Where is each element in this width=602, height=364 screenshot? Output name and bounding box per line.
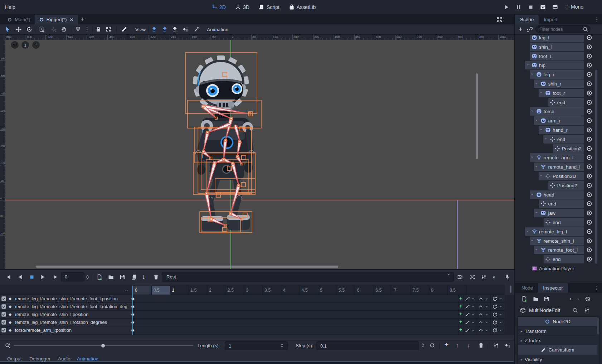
tree-node-row[interactable]: hip <box>515 60 602 70</box>
chevron-down-icon[interactable] <box>472 297 475 301</box>
new-scene-tab-button[interactable]: + <box>81 16 84 23</box>
track-name-cell[interactable]: ◆torso/remote_arm_l:position <box>0 326 132 334</box>
tree-node-row[interactable]: leg_r <box>515 70 602 79</box>
tree-node-row[interactable]: Position2 <box>515 181 602 190</box>
tree-node-row[interactable]: torso <box>515 107 602 116</box>
tree-collapse-icon[interactable] <box>540 128 543 132</box>
visibility-eye-icon[interactable] <box>586 219 592 225</box>
chevron-down-icon[interactable] <box>485 297 489 301</box>
zoom-slider-handle[interactable] <box>101 344 105 348</box>
length-spinner-icon[interactable] <box>280 343 284 348</box>
interp-mode-icon[interactable] <box>479 312 483 317</box>
visibility-eye-icon[interactable] <box>586 81 592 87</box>
chevron-down-icon[interactable] <box>472 321 475 325</box>
update-mode-icon[interactable] <box>465 328 470 333</box>
inspector-group-row[interactable]: ▸Visibility <box>518 355 597 364</box>
loop-wrap-icon[interactable] <box>492 327 497 333</box>
play-custom-scene-button[interactable] <box>552 4 558 10</box>
remove-track-icon[interactable] <box>478 343 484 348</box>
snap-toggle-icon[interactable] <box>75 26 81 32</box>
delete-animation-icon[interactable] <box>153 274 159 280</box>
visibility-eye-icon[interactable] <box>586 173 592 179</box>
move-track-up-icon[interactable]: ↑ <box>456 342 459 348</box>
update-mode-icon[interactable] <box>465 312 470 317</box>
visibility-eye-icon[interactable] <box>586 136 592 142</box>
chevron-down-icon[interactable] <box>472 329 475 333</box>
ik-chain-icon[interactable] <box>194 26 200 32</box>
visibility-eye-icon[interactable] <box>586 53 592 59</box>
update-mode-icon[interactable] <box>465 320 470 325</box>
visibility-eye-icon[interactable] <box>586 146 592 152</box>
tree-node-row[interactable]: hand_r <box>515 125 602 135</box>
interp-mode-icon[interactable] <box>479 320 483 325</box>
load-resource-icon[interactable] <box>533 296 539 302</box>
interp-mode-icon[interactable] <box>479 328 483 333</box>
visibility-eye-icon[interactable] <box>586 229 592 235</box>
loop-wrap-icon[interactable] <box>492 312 497 317</box>
visibility-eye-icon[interactable] <box>586 90 592 96</box>
timeline-playhead[interactable] <box>132 286 133 335</box>
visibility-eye-icon[interactable] <box>586 256 592 262</box>
tree-node-row[interactable]: jaw <box>515 208 602 218</box>
key-loc-icon[interactable]: loc <box>151 26 157 33</box>
select-tool-icon[interactable] <box>5 26 11 32</box>
tree-node-row[interactable]: shin_l <box>515 42 602 52</box>
tree-collapse-icon[interactable] <box>526 230 530 233</box>
tab-scene[interactable]: Scene <box>515 15 539 24</box>
inspector-tools-icon[interactable] <box>584 307 590 313</box>
animation-track-row[interactable]: ◆remote_leg_l/remote_shin_l/remote_foot_… <box>0 303 505 311</box>
new-resource-icon[interactable] <box>521 296 527 302</box>
pivot-tool-icon[interactable] <box>51 26 57 32</box>
track-name-cell[interactable]: ◆remote_leg_l/remote_shin_l/remote_foot_… <box>0 295 132 302</box>
pin-animation-icon[interactable] <box>504 274 510 280</box>
animation-menu[interactable]: Animation <box>207 27 228 32</box>
canvas-hscrollbar[interactable] <box>36 266 338 268</box>
tab-import[interactable]: Import <box>539 15 562 24</box>
canvas-vscrollbar[interactable] <box>476 73 478 159</box>
move-track-down-icon[interactable]: ↓ <box>467 342 470 348</box>
tree-collapse-icon[interactable] <box>535 82 539 86</box>
zoom-out-button[interactable]: − <box>11 41 19 49</box>
track-name-cell[interactable]: ◆remote_leg_l/remote_shin_l:rotation_deg… <box>0 319 132 326</box>
add-key-icon[interactable]: + <box>459 295 462 301</box>
animation-name-dropdown[interactable]: Rest <box>162 272 454 282</box>
rotate-tool-icon[interactable] <box>26 26 32 32</box>
update-mode-icon[interactable] <box>465 296 470 301</box>
tree-collapse-icon[interactable] <box>526 63 530 67</box>
pause-button[interactable] <box>516 4 521 10</box>
visibility-eye-icon[interactable] <box>586 35 592 41</box>
visibility-eye-icon[interactable] <box>586 183 592 189</box>
key-scl-icon[interactable]: scl <box>172 26 178 33</box>
tree-collapse-icon[interactable] <box>531 239 534 243</box>
tree-collapse-icon[interactable] <box>535 248 539 252</box>
tree-collapse-icon[interactable] <box>535 165 539 169</box>
workspace-3d-button[interactable]: 3D <box>235 4 249 10</box>
timeline-header[interactable]: ↔00.511.522.533.544.555.566.577.588.5 <box>0 286 505 295</box>
tab-inspector[interactable]: Inspector <box>538 283 568 293</box>
tree-node-row[interactable]: end <box>515 135 602 144</box>
tree-node-row[interactable]: remote_leg_l <box>515 227 602 236</box>
scene-tab-rigged[interactable]: Rigged(*) <box>35 15 78 24</box>
move-tool-icon[interactable] <box>16 26 21 32</box>
visibility-eye-icon[interactable] <box>586 100 592 106</box>
time-spinner-icon[interactable] <box>85 275 90 280</box>
add-key-icon[interactable]: + <box>459 303 462 309</box>
add-key-icon[interactable]: + <box>459 319 462 325</box>
anim-play-icon[interactable] <box>52 274 58 280</box>
track-timeline-cell[interactable] <box>132 311 505 318</box>
animation-track-row[interactable]: ◆remote_leg_l/remote_shin_l:rotation_deg… <box>0 319 505 326</box>
play-scene-button[interactable] <box>540 4 546 10</box>
pan-tool-icon[interactable] <box>61 26 67 32</box>
key-rot-icon[interactable]: rot <box>162 26 168 33</box>
tree-node-row[interactable]: foot_r <box>515 88 602 98</box>
visibility-eye-icon[interactable] <box>586 44 592 50</box>
edit-transitions-icon[interactable] <box>470 274 475 280</box>
update-mode-icon[interactable] <box>465 304 470 309</box>
visibility-eye-icon[interactable] <box>586 164 592 170</box>
visibility-eye-icon[interactable] <box>586 192 592 198</box>
autoplay-toggle-icon[interactable]: A <box>457 274 463 280</box>
workspace-2d-button[interactable]: 2D <box>212 4 226 10</box>
visibility-eye-icon[interactable] <box>586 118 592 124</box>
visibility-eye-icon[interactable] <box>586 108 592 115</box>
tree-node-row[interactable]: end <box>515 254 602 264</box>
